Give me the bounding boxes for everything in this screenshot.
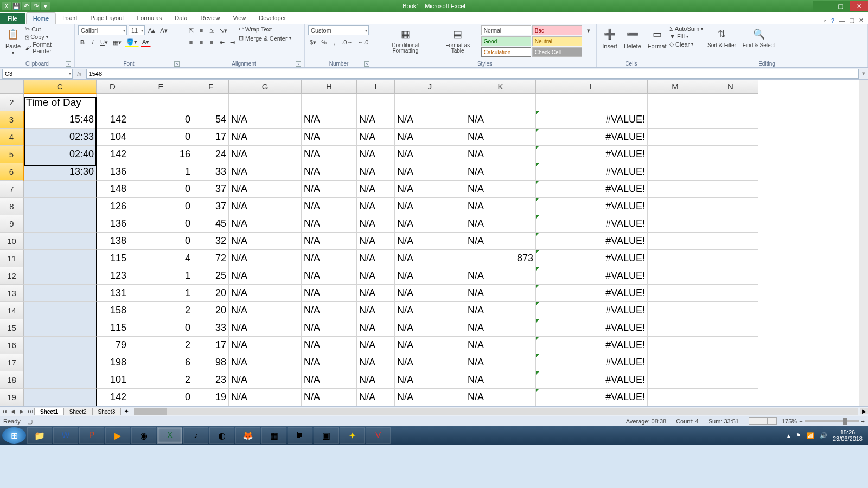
cell-E7[interactable]: 0 <box>129 181 193 198</box>
col-header-K[interactable]: K <box>465 80 536 94</box>
cell-H5[interactable]: N/A <box>302 146 357 163</box>
cut-button[interactable]: Cut <box>31 26 41 33</box>
comma-icon[interactable]: , <box>330 37 339 47</box>
cell-J13[interactable]: N/A <box>395 285 465 302</box>
cell-E18[interactable]: 2 <box>129 371 193 389</box>
cell-K18[interactable]: N/A <box>465 371 536 389</box>
row-header-7[interactable]: 7 <box>0 181 24 198</box>
window-close-button[interactable]: ✕ <box>850 1 868 11</box>
delete-cells-button[interactable]: ➖Delete <box>622 25 643 50</box>
cell-D19[interactable]: 142 <box>97 389 129 406</box>
row-header-14[interactable]: 14 <box>0 302 24 319</box>
cell-D7[interactable]: 148 <box>97 181 129 198</box>
cell-I13[interactable]: N/A <box>357 285 395 302</box>
cell-D12[interactable]: 123 <box>97 267 129 285</box>
style-neutral[interactable]: Neutral <box>532 36 582 46</box>
percent-icon[interactable]: % <box>320 37 328 47</box>
cell-F5[interactable]: 24 <box>193 146 229 163</box>
cell-K5[interactable]: N/A <box>465 146 536 163</box>
taskbar-app4-icon[interactable]: ▣ <box>314 427 339 444</box>
cell-F14[interactable]: 20 <box>193 302 229 319</box>
cell-K8[interactable]: N/A <box>465 198 536 215</box>
cell-C15[interactable] <box>24 319 97 337</box>
cell-E16[interactable]: 2 <box>129 337 193 354</box>
cell-F19[interactable]: 19 <box>193 389 229 406</box>
align-right-icon[interactable]: ≡ <box>207 37 216 47</box>
cell-I19[interactable]: N/A <box>357 389 395 406</box>
sheet-tab-sheet3[interactable]: Sheet3 <box>92 408 122 415</box>
font-name-combo[interactable]: Calibri <box>78 25 127 35</box>
cell-N17[interactable] <box>703 354 758 371</box>
style-normal[interactable]: Normal <box>481 25 531 35</box>
cell-F15[interactable]: 33 <box>193 319 229 337</box>
cell-F11[interactable]: 72 <box>193 250 229 267</box>
ribbon-tab-review[interactable]: Review <box>194 12 226 24</box>
cell-J2[interactable] <box>395 94 465 111</box>
align-top-icon[interactable]: ⇱ <box>187 25 195 35</box>
cell-H9[interactable]: N/A <box>302 215 357 233</box>
cell-E3[interactable]: 0 <box>129 111 193 129</box>
cell-L16[interactable]: #VALUE! <box>536 337 648 354</box>
insert-cells-button[interactable]: ➕Insert <box>600 25 620 50</box>
copy-button[interactable]: Copy <box>30 34 44 40</box>
fx-icon[interactable]: fx <box>73 70 86 77</box>
tray-network-icon[interactable]: 📶 <box>807 432 814 439</box>
cell-H7[interactable]: N/A <box>302 181 357 198</box>
cell-N11[interactable] <box>703 250 758 267</box>
cell-N19[interactable] <box>703 389 758 406</box>
cell-E9[interactable]: 0 <box>129 215 193 233</box>
cell-D14[interactable]: 158 <box>97 302 129 319</box>
wrap-text-icon[interactable]: ↩ <box>239 25 244 33</box>
cell-G17[interactable]: N/A <box>229 354 302 371</box>
ribbon-tab-page-layout[interactable]: Page Layout <box>84 12 131 24</box>
copy-icon[interactable]: ⎘ <box>25 34 29 40</box>
cell-J15[interactable]: N/A <box>395 319 465 337</box>
cell-K9[interactable]: N/A <box>465 215 536 233</box>
cell-C6[interactable]: 13:30 <box>24 163 97 181</box>
cell-M10[interactable] <box>648 233 703 250</box>
number-format-combo[interactable]: Custom <box>308 25 369 35</box>
cell-L18[interactable]: #VALUE! <box>536 371 648 389</box>
cell-H8[interactable]: N/A <box>302 198 357 215</box>
cell-F10[interactable]: 32 <box>193 233 229 250</box>
format-as-table-button[interactable]: ▤Format as Table <box>437 25 479 55</box>
ribbon-tab-data[interactable]: Data <box>168 12 194 24</box>
horizontal-scrollbar[interactable]: ◀ <box>134 408 858 415</box>
cell-N10[interactable] <box>703 233 758 250</box>
format-painter-button[interactable]: Format Painter <box>33 41 71 54</box>
taskbar-explorer-icon[interactable]: 📁 <box>27 427 52 444</box>
macro-record-icon[interactable]: ▢ <box>27 418 33 425</box>
cell-D15[interactable]: 115 <box>97 319 129 337</box>
cell-F3[interactable]: 54 <box>193 111 229 129</box>
format-cells-button[interactable]: ▭Format <box>646 25 669 50</box>
cell-L13[interactable]: #VALUE! <box>536 285 648 302</box>
bold-button[interactable]: B <box>78 37 87 47</box>
cell-G14[interactable]: N/A <box>229 302 302 319</box>
cell-L8[interactable]: #VALUE! <box>536 198 648 215</box>
cell-D10[interactable]: 138 <box>97 233 129 250</box>
worksheet[interactable]: 2345678910111213141516171819 CDEFGHIJKLM… <box>0 80 868 406</box>
cell-H18[interactable]: N/A <box>302 371 357 389</box>
cell-M3[interactable] <box>648 111 703 129</box>
cell-H2[interactable] <box>302 94 357 111</box>
sheet-tab-sheet2[interactable]: Sheet2 <box>63 408 93 415</box>
cell-M16[interactable] <box>648 337 703 354</box>
help-icon[interactable]: ? <box>831 17 834 24</box>
cell-H16[interactable]: N/A <box>302 337 357 354</box>
cell-E13[interactable]: 1 <box>129 285 193 302</box>
cell-I12[interactable]: N/A <box>357 267 395 285</box>
cell-J19[interactable]: N/A <box>395 389 465 406</box>
cell-N9[interactable] <box>703 215 758 233</box>
cell-K12[interactable]: N/A <box>465 267 536 285</box>
cell-E2[interactable] <box>129 94 193 111</box>
cell-F16[interactable]: 17 <box>193 337 229 354</box>
cell-D16[interactable]: 79 <box>97 337 129 354</box>
cell-M11[interactable] <box>648 250 703 267</box>
col-header-D[interactable]: D <box>97 80 129 94</box>
taskbar-chrome-icon[interactable]: ◉ <box>131 427 156 444</box>
zoom-out-icon[interactable]: − <box>799 418 802 425</box>
cell-N15[interactable] <box>703 319 758 337</box>
align-center-icon[interactable]: ≡ <box>197 37 206 47</box>
cut-icon[interactable]: ✂ <box>25 25 30 33</box>
taskbar-firefox-icon[interactable]: 🦊 <box>235 427 260 444</box>
